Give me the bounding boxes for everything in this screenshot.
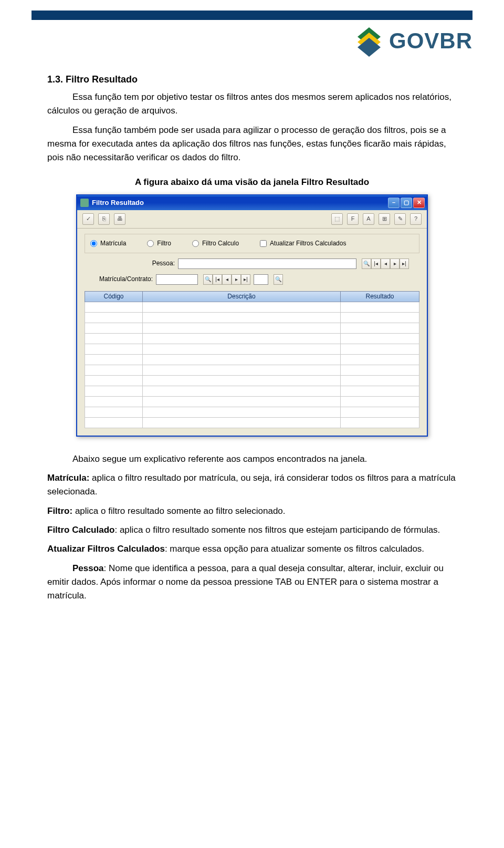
table-row[interactable]: [85, 344, 419, 354]
toolbar-button-2[interactable]: ⎘: [98, 213, 110, 225]
section-heading: 1.3. Filtro Resultado: [47, 73, 457, 87]
checkbox-atualizar[interactable]: Atualizar Filtros Calculados: [260, 239, 346, 249]
desc-filtrocalc-label: Filtro Calculado: [47, 525, 114, 535]
desc-pessoa: Pessoa: Nome que identifica a pessoa, pa…: [47, 562, 457, 603]
app-icon: [80, 199, 89, 207]
desc-pessoa-label: Pessoa: [72, 563, 104, 573]
radio-filtro-calculo[interactable]: Filtro Calculo: [192, 239, 239, 249]
radio-matricula[interactable]: Matrícula: [90, 239, 126, 249]
pessoa-input[interactable]: [178, 258, 356, 269]
desc-pessoa-text: : Nome que identifica a pessoa, para a q…: [47, 563, 444, 601]
table-row[interactable]: [85, 302, 419, 312]
table-row[interactable]: [85, 417, 419, 428]
toolbar-button-5[interactable]: F: [347, 213, 359, 225]
table-row[interactable]: [85, 333, 419, 344]
grid-header-descricao[interactable]: Descrição: [143, 291, 341, 302]
maximize-button[interactable]: ▢: [401, 198, 412, 208]
field-row-matricula: Matrícula/Contrato: 🔍 |◂ ◂ ▸ ▸| 🔍: [85, 274, 419, 285]
radio-matricula-label: Matrícula: [100, 239, 126, 249]
toolbar-button-7[interactable]: ⊞: [379, 213, 390, 225]
desc-filtro: Filtro: aplica o filtro resultado soment…: [47, 504, 457, 518]
desc-filtro-calculado: Filtro Calculado: aplica o filtro result…: [47, 523, 457, 537]
table-row[interactable]: [85, 323, 419, 333]
pessoa-last-icon[interactable]: ▸|: [400, 258, 409, 269]
header-bar: [32, 11, 472, 20]
logo-text: GOVBR: [389, 28, 472, 54]
table-row[interactable]: [85, 396, 419, 407]
matricula-field-label: Matrícula/Contrato:: [85, 274, 153, 284]
pessoa-field-label: Pessoa:: [85, 258, 175, 268]
radio-filtro[interactable]: Filtro: [147, 239, 171, 249]
toolbar-button-6[interactable]: A: [363, 213, 374, 225]
titlebar: Filtro Resultado – ▢ ✕: [77, 195, 427, 210]
field-row-pessoa: Pessoa: 🔍 |◂ ◂ ▸ ▸|: [85, 258, 419, 269]
window-title: Filtro Resultado: [92, 198, 144, 208]
toolbar-button-3[interactable]: 🖶: [114, 213, 125, 225]
matricula-seq-input[interactable]: [254, 274, 268, 285]
table-row[interactable]: [85, 375, 419, 386]
table-row[interactable]: [85, 354, 419, 365]
results-grid[interactable]: Código Descrição Resultado: [85, 291, 419, 428]
matricula-first-icon[interactable]: |◂: [213, 274, 222, 285]
below-intro: Abaixo segue um explicativo referente ao…: [47, 452, 457, 466]
figure-caption: A figura abaixo dá uma visão da janela F…: [47, 175, 457, 189]
grid-header-resultado[interactable]: Resultado: [341, 291, 419, 302]
checkbox-atualizar-input[interactable]: [260, 240, 267, 247]
window-filtro-resultado: Filtro Resultado – ▢ ✕ ✓ ⎘ 🖶 ⬚ F A ⊞ ✎ ?: [76, 194, 428, 437]
close-button[interactable]: ✕: [413, 198, 425, 208]
desc-filtrocalc-text: : aplica o filtro resultado somente nos …: [114, 525, 440, 535]
desc-matricula-label: Matrícula:: [47, 473, 89, 483]
table-row[interactable]: [85, 386, 419, 396]
toolbar: ✓ ⎘ 🖶 ⬚ F A ⊞ ✎ ?: [77, 210, 427, 229]
paragraph-intro-2: Essa função também pode ser usada para a…: [47, 123, 457, 165]
table-row[interactable]: [85, 365, 419, 375]
desc-atualizar-label: Atualizar Filtros Calculados: [47, 544, 165, 554]
radio-filtro-calculo-input[interactable]: [192, 240, 199, 247]
document-body: 1.3. Filtro Resultado Essa função tem po…: [47, 73, 457, 603]
matricula-lookup2-icon[interactable]: 🔍: [274, 274, 283, 285]
logo-mark-icon: [353, 25, 385, 57]
toolbar-button-8[interactable]: ✎: [394, 213, 406, 225]
checkbox-atualizar-label: Atualizar Filtros Calculados: [270, 239, 346, 249]
matricula-input[interactable]: [156, 274, 198, 285]
pessoa-prev-icon[interactable]: ◂: [381, 258, 390, 269]
desc-filtro-text: aplica o filtro resultado somente ao fil…: [72, 506, 285, 516]
desc-atualizar-text: : marque essa opção para atualizar somen…: [165, 544, 424, 554]
table-row[interactable]: [85, 407, 419, 417]
radio-row: Matrícula Filtro Filtro Calculo Atualiza…: [85, 234, 419, 253]
paragraph-intro-1: Essa função tem por objetivo testar os f…: [47, 90, 457, 118]
desc-matricula-text: aplica o filtro resultado por matrícula,…: [47, 473, 456, 497]
radio-matricula-input[interactable]: [90, 240, 97, 247]
pessoa-next-icon[interactable]: ▸: [390, 258, 400, 269]
minimize-button[interactable]: –: [388, 198, 400, 208]
radio-filtro-input[interactable]: [147, 240, 154, 247]
matricula-next-icon[interactable]: ▸: [232, 274, 241, 285]
logo: GOVBR: [353, 25, 472, 57]
pessoa-first-icon[interactable]: |◂: [371, 258, 381, 269]
toolbar-button-1[interactable]: ✓: [82, 213, 94, 225]
table-row[interactable]: [85, 312, 419, 323]
matricula-last-icon[interactable]: ▸|: [241, 274, 250, 285]
toolbar-button-4[interactable]: ⬚: [331, 213, 343, 225]
grid-header-codigo[interactable]: Código: [85, 291, 143, 302]
logo-container: GOVBR: [32, 25, 472, 57]
desc-filtro-label: Filtro:: [47, 506, 72, 516]
toolbar-button-9[interactable]: ?: [410, 213, 422, 225]
matricula-prev-icon[interactable]: ◂: [222, 274, 232, 285]
desc-matricula: Matrícula: aplica o filtro resultado por…: [47, 471, 457, 499]
desc-atualizar: Atualizar Filtros Calculados: marque ess…: [47, 542, 457, 556]
radio-filtro-label: Filtro: [157, 239, 171, 249]
radio-filtro-calculo-label: Filtro Calculo: [202, 239, 239, 249]
form-body: Matrícula Filtro Filtro Calculo Atualiza…: [77, 229, 427, 436]
matricula-lookup-icon[interactable]: 🔍: [203, 274, 213, 285]
pessoa-lookup-icon[interactable]: 🔍: [362, 258, 371, 269]
